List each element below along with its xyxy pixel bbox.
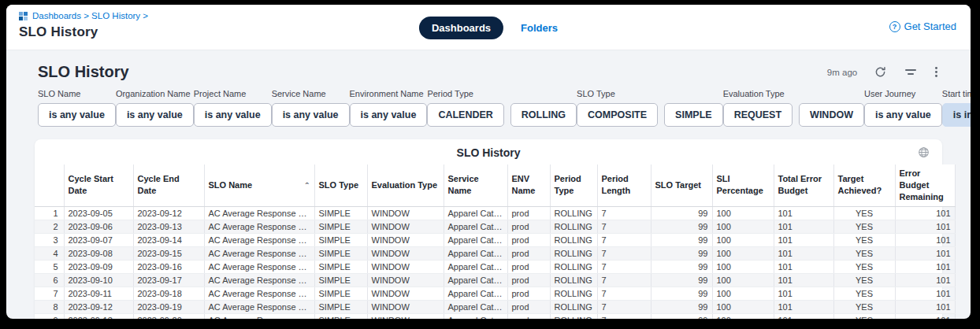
filter-button-is-any-value[interactable]: is any value xyxy=(864,103,942,127)
cell-slo-name[interactable]: AC Average Response Time xyxy=(204,300,314,313)
filter-button-is-in-the-last-2-months[interactable]: is in the last 2 months xyxy=(942,103,971,127)
cell-cycle-end-date[interactable]: 2023-09-15 xyxy=(133,246,204,260)
cell-error-budget-remaining[interactable]: 101 xyxy=(895,273,955,286)
cell-sli-percentage[interactable]: 100 xyxy=(712,286,774,300)
cell-service-name[interactable]: Apparel Catal... xyxy=(444,286,507,300)
cell-slo-target[interactable]: 99 xyxy=(651,233,712,246)
cell-period-type[interactable]: ROLLING xyxy=(550,260,597,273)
cell-period-length[interactable]: 7 xyxy=(597,246,651,260)
cell-cycle-end-date[interactable]: 2023-09-13 xyxy=(133,220,204,233)
cell-env-name[interactable]: prod xyxy=(507,313,550,319)
cell-row-number[interactable]: 3 xyxy=(35,233,64,246)
column-header-evaluation-type[interactable]: Evaluation Type xyxy=(367,164,444,206)
cell-target-achieved[interactable]: YES xyxy=(833,273,895,286)
cell-sli-percentage[interactable]: 100 xyxy=(712,206,774,220)
table-row[interactable]: 62023-09-102023-09-17AC Average Response… xyxy=(35,273,955,286)
cell-target-achieved[interactable]: YES xyxy=(833,206,895,220)
cell-period-length[interactable]: 7 xyxy=(597,206,651,220)
cell-error-budget-remaining[interactable]: 101 xyxy=(895,206,955,220)
filter-button-is-any-value[interactable]: is any value xyxy=(116,103,194,127)
cell-slo-type[interactable]: SIMPLE xyxy=(314,300,367,313)
cell-cycle-start-date[interactable]: 2023-09-13 xyxy=(64,313,133,319)
cell-cycle-end-date[interactable]: 2023-09-20 xyxy=(133,313,204,319)
cell-slo-name[interactable]: AC Average Response Time xyxy=(204,220,314,233)
cell-slo-type[interactable]: SIMPLE xyxy=(314,246,367,260)
cell-period-length[interactable]: 7 xyxy=(597,273,651,286)
table-row[interactable]: 52023-09-092023-09-16AC Average Response… xyxy=(35,260,955,273)
filter-button-window[interactable]: WINDOW xyxy=(799,103,864,127)
cell-total-error-budget[interactable]: 101 xyxy=(774,260,833,273)
cell-env-name[interactable]: prod xyxy=(507,206,550,220)
cell-error-budget-remaining[interactable]: 101 xyxy=(895,233,955,246)
cell-total-error-budget[interactable]: 101 xyxy=(774,233,833,246)
cell-period-length[interactable]: 7 xyxy=(597,233,651,246)
cell-period-type[interactable]: ROLLING xyxy=(550,300,597,313)
cell-evaluation-type[interactable]: WINDOW xyxy=(367,273,444,286)
cell-cycle-start-date[interactable]: 2023-09-10 xyxy=(64,273,133,286)
filter-button-is-any-value[interactable]: is any value xyxy=(194,103,272,127)
cell-evaluation-type[interactable]: WINDOW xyxy=(367,220,444,233)
cell-slo-type[interactable]: SIMPLE xyxy=(314,313,367,319)
cell-cycle-end-date[interactable]: 2023-09-18 xyxy=(133,286,204,300)
filter-button-simple[interactable]: SIMPLE xyxy=(664,103,723,127)
filter-button-rolling[interactable]: ROLLING xyxy=(510,103,577,127)
cell-slo-type[interactable]: SIMPLE xyxy=(314,286,367,300)
cell-slo-target[interactable]: 99 xyxy=(651,246,712,260)
cell-env-name[interactable]: prod xyxy=(507,286,550,300)
cell-cycle-end-date[interactable]: 2023-09-19 xyxy=(133,300,204,313)
cell-total-error-budget[interactable]: 101 xyxy=(774,206,833,220)
cell-cycle-end-date[interactable]: 2023-09-12 xyxy=(133,206,204,220)
cell-slo-type[interactable]: SIMPLE xyxy=(314,206,367,220)
cell-error-budget-remaining[interactable]: 101 xyxy=(895,220,955,233)
cell-total-error-budget[interactable]: 101 xyxy=(774,300,833,313)
cell-sli-percentage[interactable]: 100 xyxy=(712,300,774,313)
cell-evaluation-type[interactable]: WINDOW xyxy=(367,286,444,300)
cell-env-name[interactable]: prod xyxy=(507,233,550,246)
cell-service-name[interactable]: Apparel Catal... xyxy=(444,206,507,220)
cell-row-number[interactable]: 2 xyxy=(35,220,64,233)
cell-period-type[interactable]: ROLLING xyxy=(550,220,597,233)
cell-slo-target[interactable]: 99 xyxy=(651,273,712,286)
column-header-sli-percentage[interactable]: SLI Percentage xyxy=(712,164,774,206)
cell-row-number[interactable]: 1 xyxy=(35,206,64,220)
cell-period-type[interactable]: ROLLING xyxy=(550,206,597,220)
cell-env-name[interactable]: prod xyxy=(507,220,550,233)
cell-slo-target[interactable]: 99 xyxy=(651,286,712,300)
cell-period-type[interactable]: ROLLING xyxy=(550,246,597,260)
cell-service-name[interactable]: Apparel Catal... xyxy=(444,220,507,233)
column-header-slo-type[interactable]: SLO Type xyxy=(314,164,367,206)
table-row[interactable]: 82023-09-122023-09-19AC Average Response… xyxy=(35,300,955,313)
cell-period-type[interactable]: ROLLING xyxy=(550,286,597,300)
cell-total-error-budget[interactable]: 101 xyxy=(774,220,833,233)
cell-period-length[interactable]: 7 xyxy=(597,286,651,300)
cell-service-name[interactable]: Apparel Catal... xyxy=(444,260,507,273)
cell-row-number[interactable]: 4 xyxy=(35,246,64,260)
cell-total-error-budget[interactable]: 101 xyxy=(774,286,833,300)
cell-cycle-start-date[interactable]: 2023-09-05 xyxy=(64,206,133,220)
cell-evaluation-type[interactable]: WINDOW xyxy=(367,260,444,273)
cell-period-type[interactable]: ROLLING xyxy=(550,273,597,286)
column-header-env-name[interactable]: ENV Name xyxy=(507,164,550,206)
cell-service-name[interactable]: Apparel Catal... xyxy=(444,246,507,260)
filter-button-is-any-value[interactable]: is any value xyxy=(272,103,350,127)
cell-service-name[interactable]: Apparel Catal... xyxy=(444,313,507,319)
column-header-slo-name[interactable]: SLO Name⌃ xyxy=(204,164,314,206)
cell-service-name[interactable]: Apparel Catal... xyxy=(444,273,507,286)
cell-error-budget-remaining[interactable]: 101 xyxy=(895,246,955,260)
cell-env-name[interactable]: prod xyxy=(507,260,550,273)
cell-target-achieved[interactable]: YES xyxy=(833,313,895,319)
cell-slo-type[interactable]: SIMPLE xyxy=(314,220,367,233)
column-header-total-error-budget[interactable]: Total Error Budget xyxy=(774,164,833,206)
column-header-service-name[interactable]: Service Name xyxy=(444,164,507,206)
cell-cycle-start-date[interactable]: 2023-09-06 xyxy=(64,220,133,233)
cell-slo-type[interactable]: SIMPLE xyxy=(314,273,367,286)
cell-row-number[interactable]: 5 xyxy=(35,260,64,273)
cell-sli-percentage[interactable]: 100 xyxy=(712,313,774,319)
cell-evaluation-type[interactable]: WINDOW xyxy=(367,233,444,246)
cell-cycle-start-date[interactable]: 2023-09-07 xyxy=(64,233,133,246)
cell-cycle-end-date[interactable]: 2023-09-17 xyxy=(133,273,204,286)
table-row[interactable]: 22023-09-062023-09-13AC Average Response… xyxy=(35,220,955,233)
cell-target-achieved[interactable]: YES xyxy=(833,260,895,273)
kebab-menu-icon[interactable] xyxy=(934,65,939,79)
refresh-icon[interactable] xyxy=(873,65,888,79)
